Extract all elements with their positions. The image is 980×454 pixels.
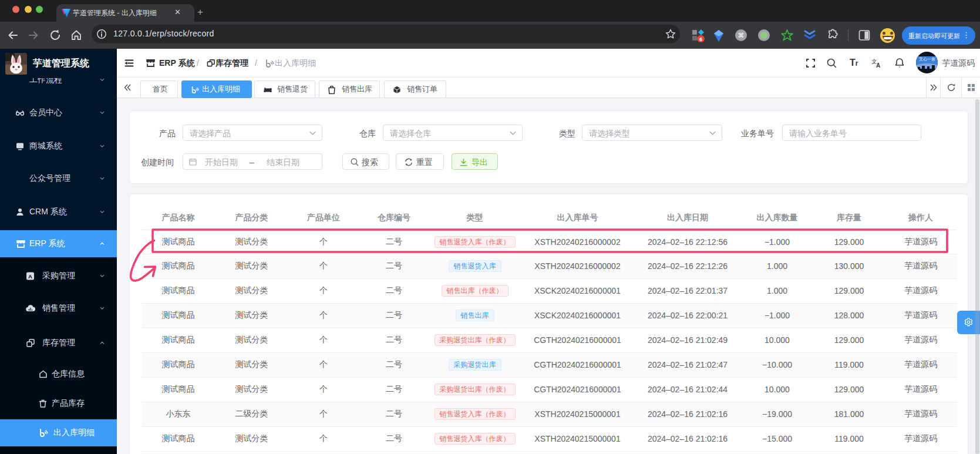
svg-text:A: A — [876, 62, 880, 68]
svg-text:A: A — [28, 273, 32, 280]
svg-text:6: 6 — [699, 36, 702, 42]
svg-text:⌘: ⌘ — [738, 32, 745, 39]
